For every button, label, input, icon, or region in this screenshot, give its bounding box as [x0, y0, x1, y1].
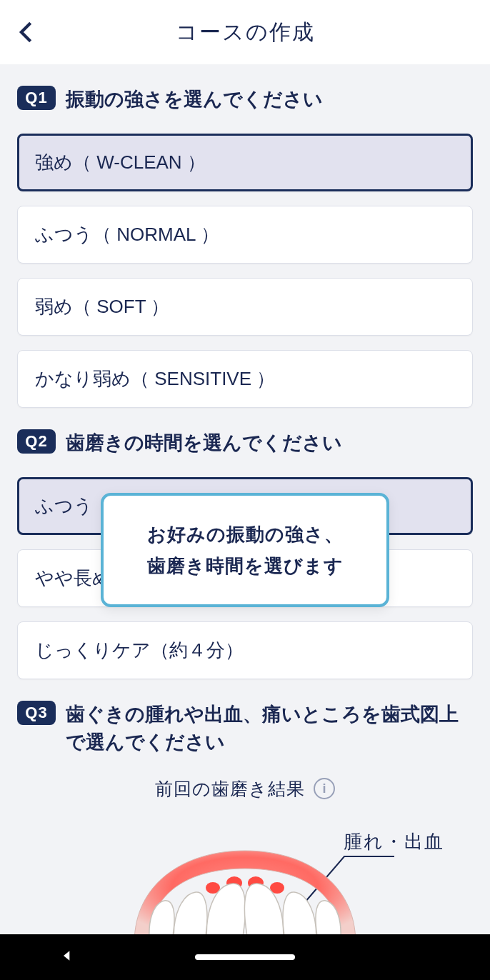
info-icon[interactable]: i: [314, 778, 335, 799]
q1-option-normal[interactable]: ふつう（ NORMAL ）: [17, 206, 473, 264]
android-back-button[interactable]: [60, 949, 74, 966]
question-1: Q1 振動の強さを選んでください 強め（ W-CLEAN ） ふつう（ NORM…: [17, 86, 473, 408]
triangle-back-icon: [60, 949, 74, 963]
chevron-left-icon: [14, 20, 39, 44]
back-button[interactable]: [14, 0, 39, 64]
q1-text: 振動の強さを選んでください: [66, 86, 473, 114]
q2-badge: Q2: [17, 429, 56, 454]
content-scroll: Q1 振動の強さを選んでください 強め（ W-CLEAN ） ふつう（ NORM…: [0, 64, 490, 934]
android-home-pill[interactable]: [195, 954, 295, 960]
instruction-popover: お好みの振動の強さ、 歯磨き時間を選びます: [101, 493, 389, 607]
page-title: コースの作成: [0, 18, 490, 47]
q2-option-4min[interactable]: じっくりケア（約４分）: [17, 621, 473, 679]
q1-badge: Q1: [17, 86, 56, 110]
q3-result-label: 前回の歯磨き結果: [155, 777, 305, 801]
teeth-diagram-area: 腫れ・出血: [17, 829, 473, 934]
q1-option-wclean[interactable]: 強め（ W-CLEAN ）: [17, 134, 473, 191]
android-nav-spacer: [416, 950, 430, 964]
q3-badge: Q3: [17, 701, 56, 725]
q3-text: 歯ぐきの腫れや出血、痛いところを歯式図上で選んでください: [66, 701, 473, 756]
android-nav-bar: [0, 934, 490, 980]
upper-teeth-diagram[interactable]: [127, 844, 363, 934]
question-3: Q3 歯ぐきの腫れや出血、痛いところを歯式図上で選んでください 前回の歯磨き結果…: [17, 701, 473, 934]
app-bar: コースの作成: [0, 0, 490, 64]
q1-option-soft[interactable]: 弱め（ SOFT ）: [17, 278, 473, 336]
popover-line1: お好みの振動の強さ、: [121, 519, 369, 550]
q1-option-sensitive[interactable]: かなり弱め（ SENSITIVE ）: [17, 350, 473, 408]
popover-line2: 歯磨き時間を選びます: [121, 550, 369, 581]
q2-text: 歯磨きの時間を選んでください: [66, 429, 473, 457]
